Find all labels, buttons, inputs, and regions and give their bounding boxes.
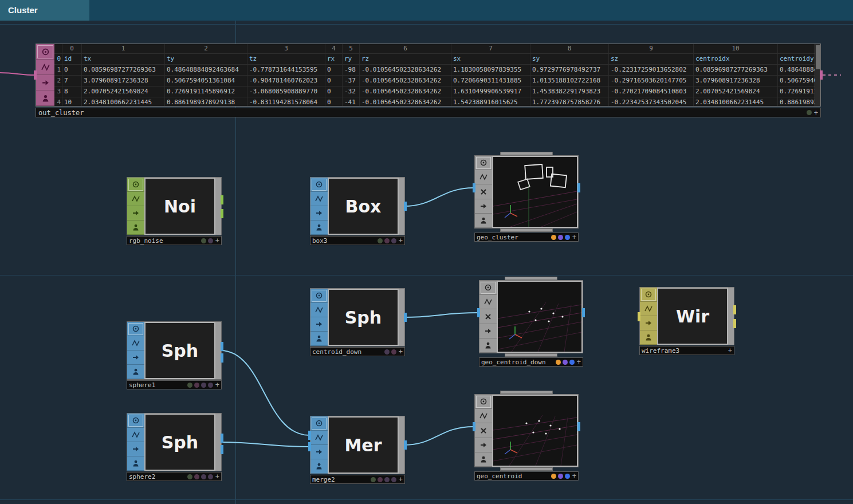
table-cell[interactable]: -0.831194281578064 — [247, 97, 325, 106]
table-cell[interactable]: -0.010564502328634262 — [360, 86, 451, 97]
flag-dot[interactable] — [201, 238, 206, 243]
comment-flag-icon[interactable] — [310, 332, 328, 346]
viewport-preview[interactable] — [497, 281, 583, 353]
export-flag-icon[interactable] — [310, 317, 328, 332]
pickable-flag-dot[interactable] — [565, 235, 570, 240]
node-name-bar[interactable]: rgb_noise + — [127, 236, 222, 245]
table-cell[interactable]: 0 — [325, 97, 343, 106]
cook-flag-icon[interactable] — [479, 295, 497, 309]
cook-flag-icon[interactable] — [310, 303, 328, 317]
comment-flag-icon[interactable] — [127, 220, 144, 235]
bottom-connector[interactable] — [500, 467, 553, 471]
export-flag-icon[interactable] — [127, 442, 144, 456]
node-type-label[interactable]: Sph — [144, 414, 215, 471]
flag-dot[interactable] — [187, 474, 192, 479]
viewer-flag-icon[interactable] — [310, 178, 328, 192]
add-flag-button[interactable]: + — [399, 475, 403, 483]
node-sphere2[interactable]: Sph sphere2 + — [127, 413, 222, 481]
viewer-flag-icon[interactable] — [640, 288, 657, 302]
table-cell[interactable]: 1.542388916015625 — [451, 97, 530, 106]
table-cell[interactable]: 3.079608917236328 — [694, 76, 778, 86]
comment-flag-icon[interactable] — [36, 90, 54, 106]
table-cell[interactable]: 7 — [62, 76, 82, 86]
node-geo-centroid[interactable]: geo_centroid + — [474, 391, 579, 481]
node-name-bar[interactable]: box3 + — [310, 236, 405, 245]
table-cell[interactable]: -98 — [343, 65, 360, 75]
table-cell[interactable]: 0.5067594051361084 — [778, 76, 815, 86]
display-flag-dot[interactable] — [558, 474, 563, 479]
flag-dot[interactable] — [371, 477, 376, 482]
table-cell[interactable]: 8 — [530, 44, 609, 53]
table-viewer[interactable]: 0 1 2 3 4 5 6 7 8 9 10 0 id tx — [54, 44, 815, 106]
comment-flag-icon[interactable] — [310, 459, 328, 474]
table-cell[interactable]: 0 — [62, 65, 82, 75]
table-cell[interactable]: 1.1830058097839355 — [451, 65, 530, 75]
comment-flag-icon[interactable] — [479, 338, 497, 353]
cook-flag-icon[interactable] — [310, 431, 328, 445]
output-connector[interactable] — [221, 209, 223, 218]
table-cell[interactable]: ry — [343, 54, 360, 64]
flag-dot[interactable] — [391, 349, 396, 355]
table-cell[interactable]: 2.007052421569824 — [82, 86, 165, 97]
table-cell[interactable]: 2 — [165, 44, 247, 53]
table-cell[interactable]: rx — [325, 54, 343, 64]
add-flag-button[interactable]: + — [577, 358, 581, 366]
export-flag-icon[interactable] — [475, 438, 492, 452]
export-flag-icon[interactable] — [479, 324, 497, 338]
export-flag-icon[interactable] — [310, 206, 328, 220]
path-bar[interactable]: Cluster — [0, 0, 853, 21]
node-geo-centroid-down[interactable]: geo_centroid_down + — [479, 277, 583, 367]
node-name-bar[interactable]: wireframe3 + — [639, 346, 734, 355]
table-cell[interactable]: -0.22342537343502045 — [609, 97, 694, 106]
add-flag-button[interactable]: + — [572, 233, 576, 241]
table-cell[interactable]: -0.22317259013652802 — [609, 65, 694, 75]
node-out-cluster[interactable]: 0 1 2 3 4 5 6 7 8 9 10 0 id tx — [36, 44, 821, 117]
table-cell[interactable]: 1.6310499906539917 — [451, 86, 530, 97]
output-connector[interactable] — [733, 319, 736, 328]
table-cell[interactable]: 0.8861989378929138 — [165, 97, 247, 106]
flag-dot[interactable] — [391, 238, 396, 243]
table-cell[interactable]: 9 — [609, 44, 694, 53]
export-flag-icon[interactable] — [640, 316, 657, 330]
table-cell[interactable]: 5 — [343, 44, 360, 53]
table-cell[interactable]: -0.010564502328634262 — [360, 65, 451, 75]
input-connector[interactable] — [638, 312, 640, 321]
table-cell[interactable]: tz — [247, 54, 325, 64]
node-name-bar[interactable]: geo_centroid_down + — [479, 357, 583, 367]
table-cell[interactable]: centroidx — [694, 54, 778, 64]
node-type-label[interactable]: Box — [328, 178, 399, 235]
table-cell[interactable]: 0 — [62, 44, 82, 53]
node-name-bar[interactable]: out_cluster + — [36, 108, 821, 117]
table-cell[interactable]: -41 — [343, 97, 360, 106]
table-cell[interactable]: 1.7723978757858276 — [530, 97, 609, 106]
table-cell[interactable]: -0.29716503620147705 — [609, 76, 694, 86]
node-name-bar[interactable]: sphere2 + — [127, 472, 222, 481]
table-cell[interactable]: 1.4538382291793823 — [530, 86, 609, 97]
table-cell[interactable]: centroidy — [778, 54, 815, 64]
cook-flag-icon[interactable] — [310, 192, 328, 206]
comment-flag-icon[interactable] — [475, 214, 492, 228]
flag-dot[interactable] — [194, 474, 199, 479]
export-flag-icon[interactable] — [36, 75, 54, 90]
table-cell[interactable]: ty — [165, 54, 247, 64]
cook-flag-icon[interactable] — [127, 192, 144, 206]
flag-dot[interactable] — [384, 349, 390, 355]
table-cell[interactable]: 0.48648884892463684 — [778, 65, 815, 75]
comment-flag-icon[interactable] — [475, 452, 492, 467]
table-cell[interactable]: id — [62, 54, 82, 64]
render-flag-icon[interactable] — [479, 309, 497, 324]
table-cell[interactable]: 0.08596987277269363 — [694, 65, 778, 75]
table-cell[interactable]: 0 — [325, 86, 343, 97]
flag-dot[interactable] — [208, 474, 213, 479]
viewer-flag-icon[interactable] — [475, 156, 492, 170]
cook-flag-icon[interactable] — [475, 170, 492, 184]
table-cell[interactable]: 0.08596987277269363 — [82, 65, 165, 75]
input-connector[interactable] — [473, 422, 475, 431]
add-flag-button[interactable]: + — [399, 348, 403, 356]
comment-flag-icon[interactable] — [127, 365, 144, 379]
flag-dot[interactable] — [187, 383, 192, 388]
table-cell[interactable]: -3.068085908889770 — [247, 86, 325, 97]
table-cell[interactable]: 0.5067594051361084 — [165, 76, 247, 86]
node-geo-cluster[interactable]: geo_cluster + — [474, 152, 579, 242]
table-cell[interactable]: 3 — [247, 44, 325, 53]
